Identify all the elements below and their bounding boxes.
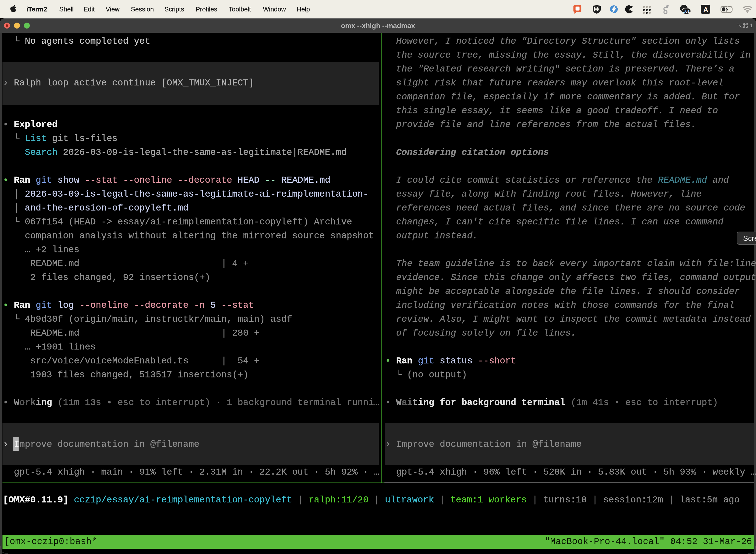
svg-text:..61: ..61 [683, 9, 690, 13]
svg-text:1: 1 [750, 22, 753, 28]
svg-text:A: A [703, 6, 708, 13]
